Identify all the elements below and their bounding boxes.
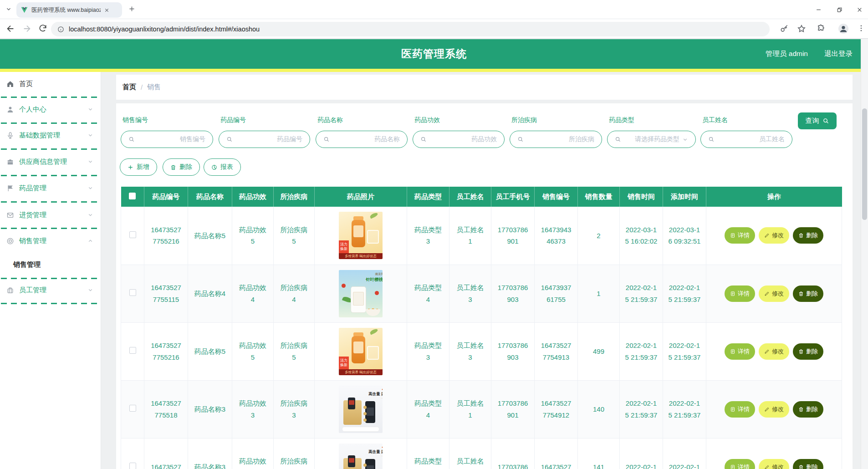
placeholder-text: 员工姓名 <box>715 135 785 143</box>
detail-button[interactable]: 详情 <box>725 285 755 302</box>
row-delete-button[interactable]: 删除 <box>793 459 823 469</box>
filter-input-drug-name[interactable]: 药品名称 <box>316 131 408 148</box>
sidebar-subitem-label: 销售管理 <box>13 260 41 269</box>
detail-button[interactable]: 详情 <box>725 401 755 418</box>
sidebar-item-label: 基础数据管理 <box>19 131 60 140</box>
chevron-up-icon <box>87 238 93 244</box>
cell-drug-name: 药品名称3 <box>188 380 232 438</box>
chevron-down-icon <box>87 212 93 218</box>
report-button[interactable]: 报表 <box>204 158 241 176</box>
row-delete-button[interactable]: 删除 <box>793 401 823 418</box>
trash-icon <box>798 407 804 412</box>
flag-icon <box>6 184 14 192</box>
edit-button[interactable]: 修改 <box>759 401 789 418</box>
row-checkbox[interactable] <box>129 405 136 412</box>
row-checkbox-cell <box>121 207 144 265</box>
edit-button[interactable]: 修改 <box>759 285 789 302</box>
edit-button[interactable]: 修改 <box>759 343 789 360</box>
cell-drug-photo: ●高含量 四效合一···· <box>315 438 407 469</box>
browser-tab[interactable]: 医药管理系统 www.baipiaozhc <box>16 2 122 18</box>
column-header: 所治疾病 <box>274 187 315 207</box>
chevron-down-icon <box>87 287 93 293</box>
scrollbar-thumb[interactable] <box>862 108 867 220</box>
cell-disease: 所治疾病4 <box>274 265 315 322</box>
cell-staff-phone: 17703786903 <box>491 265 535 322</box>
sidebar-item-purchase[interactable]: 进货管理 <box>0 203 101 227</box>
table-row: 164735277755216药品名称5药品功效5所治疾病5活力焕新多维营养 喝… <box>121 322 842 380</box>
document-icon <box>730 407 735 412</box>
row-checkbox[interactable] <box>129 231 136 238</box>
filter-input-staff-name[interactable]: 员工姓名 <box>700 131 792 148</box>
search-button[interactable]: 查询 <box>798 112 837 129</box>
restore-icon[interactable] <box>832 4 846 15</box>
chevron-down-icon <box>87 133 93 138</box>
new-tab-icon[interactable] <box>128 5 135 12</box>
breadcrumb-root[interactable]: 首页 <box>123 83 136 92</box>
pie-chart-icon <box>211 164 217 170</box>
filter-input-disease[interactable]: 所治疾病 <box>510 131 602 148</box>
cell-staff-name: 员工姓名3 <box>449 438 491 469</box>
row-checkbox[interactable] <box>129 347 136 354</box>
chevron-down-icon <box>87 107 93 112</box>
cell-drug-effect: 药品功效5 <box>232 322 274 380</box>
column-header: 药品编号 <box>144 187 188 207</box>
sidebar-item-home[interactable]: 首页 <box>0 72 101 96</box>
filter-select-drug-type[interactable]: 请选择药品类型 <box>607 131 696 148</box>
column-header: 员工姓名 <box>449 187 491 207</box>
column-header: 销售时间 <box>620 187 663 207</box>
forward-icon[interactable] <box>22 24 32 34</box>
table-row: 16473527775518药品名称3药品功效3所治疾病3●高含量 四效合一··… <box>121 380 842 438</box>
edit-button[interactable]: 修改 <box>759 459 789 469</box>
filter-input-sale-no[interactable]: 销售编号 <box>121 131 213 148</box>
star-icon[interactable] <box>797 24 806 33</box>
refresh-icon[interactable] <box>38 24 47 33</box>
sales-table: 药品编号药品名称药品功效所治疾病药品照片药品类型员工姓名员工手机号销售编号销售数… <box>121 187 842 469</box>
row-delete-button[interactable]: 删除 <box>793 343 823 360</box>
sidebar-item-base-data[interactable]: 基础数据管理 <box>0 123 101 147</box>
sidebar-item-label: 进货管理 <box>19 211 46 219</box>
search-icon <box>128 136 135 143</box>
filter-input-drug-no[interactable]: 药品编号 <box>219 131 310 148</box>
cell-drug-photo: 活力焕新多维营养 喝出好状态 <box>315 207 407 265</box>
row-checkbox[interactable] <box>129 463 136 469</box>
sidebar-item-supplier[interactable]: 供应商信息管理 <box>0 150 101 173</box>
back-icon[interactable] <box>5 24 15 34</box>
detail-button[interactable]: 详情 <box>725 227 755 244</box>
row-delete-button-label: 删除 <box>806 231 818 240</box>
page-scrollbar[interactable] <box>861 39 868 469</box>
trash-icon <box>798 233 804 238</box>
row-checkbox[interactable] <box>129 289 136 296</box>
profile-icon[interactable] <box>838 23 849 34</box>
placeholder-text: 药品名称 <box>330 135 400 143</box>
sidebar-item-profile[interactable]: 个人中心 <box>0 97 101 121</box>
cell-drug-id: 164735277755216 <box>144 207 188 265</box>
cell-sale-time: 2022-02-15 21:59:37 <box>620 265 663 322</box>
row-delete-button[interactable]: 删除 <box>793 285 823 302</box>
info-icon[interactable] <box>57 26 64 33</box>
extensions-icon[interactable] <box>817 24 826 33</box>
select-all-checkbox[interactable] <box>129 193 136 199</box>
row-checkbox-cell <box>121 438 144 469</box>
sidebar-item-staff[interactable]: 员工管理 <box>0 278 101 302</box>
tab-close-icon[interactable] <box>104 8 109 13</box>
sidebar-item-drug[interactable]: 药品管理 <box>0 176 101 200</box>
sidebar-item-sales[interactable]: 销售管理 <box>0 229 101 253</box>
edit-button[interactable]: 修改 <box>759 227 789 244</box>
sidebar-subitem-sales[interactable]: 销售管理 <box>0 253 101 276</box>
add-button[interactable]: 新增 <box>120 158 157 176</box>
row-delete-button-label: 删除 <box>806 405 818 413</box>
menu-icon[interactable] <box>857 24 865 32</box>
minimize-icon[interactable] <box>812 4 825 15</box>
delete-button[interactable]: 删除 <box>163 158 200 176</box>
cell-quantity: 1 <box>578 265 620 322</box>
filter-input-drug-effect[interactable]: 药品功效 <box>413 131 505 148</box>
detail-button[interactable]: 详情 <box>725 343 755 360</box>
key-icon[interactable] <box>780 24 789 33</box>
url-bar[interactable]: localhost:8080/yiyaoguanlixitong/admin/d… <box>51 22 770 36</box>
tab-search-chevron-icon[interactable] <box>5 6 12 12</box>
detail-button[interactable]: 详情 <box>725 459 755 469</box>
close-icon[interactable] <box>853 4 866 15</box>
row-delete-button[interactable]: 删除 <box>793 227 823 244</box>
logout-link[interactable]: 退出登录 <box>824 49 853 59</box>
placeholder-text: 药品功效 <box>427 135 497 143</box>
